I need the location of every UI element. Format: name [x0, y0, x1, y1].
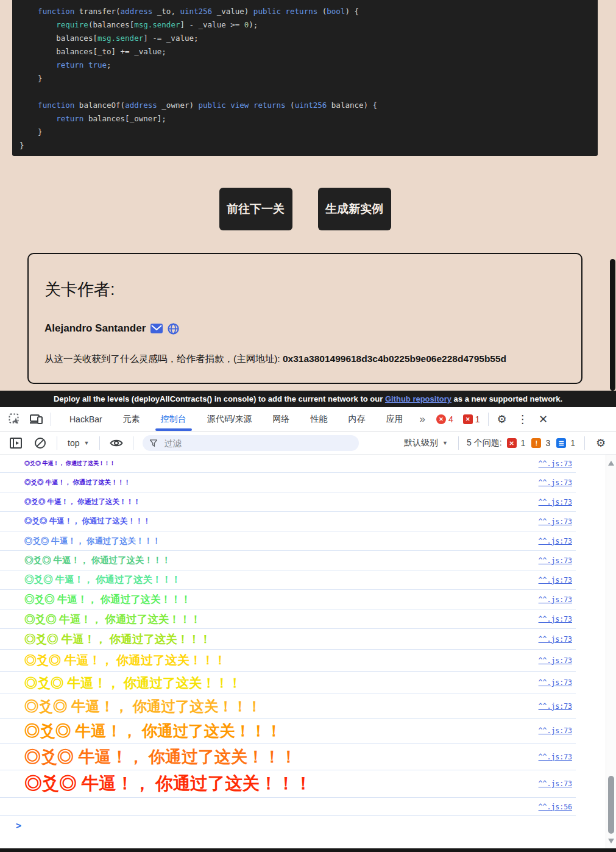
console-source-link[interactable]: ^^.js:73: [539, 595, 572, 604]
deploy-banner: Deploy all the levels (deployAllContract…: [0, 391, 616, 407]
console-settings-gear-icon[interactable]: ⚙: [590, 436, 611, 450]
toolbar-separator: [458, 436, 459, 450]
console-error-counter[interactable]: ✕ 4: [436, 414, 453, 424]
console-source-link[interactable]: ^^.js:73: [539, 753, 572, 761]
console-message-list: ◎爻◎ 牛逼！， 你通过了这关！！！^^.js:73◎爻◎ 牛逼！， 你通过了这…: [0, 455, 576, 816]
console-row: ◎爻◎ 牛逼！， 你通过了这关！！！^^.js:73: [0, 473, 576, 492]
tab-源代码/来源[interactable]: 源代码/来源: [197, 407, 263, 431]
issue-warning-badge-icon[interactable]: !: [531, 438, 541, 448]
console-source-link[interactable]: ^^.js:73: [539, 460, 572, 468]
author-card-title: 关卡作者:: [44, 279, 565, 300]
window-bottom-edge: [0, 848, 616, 852]
filter-box[interactable]: [143, 435, 359, 451]
toolbar-separator: [51, 413, 51, 426]
console-message: ◎爻◎ 牛逼！， 你通过了这关！！！: [24, 497, 140, 506]
console-message: ◎爻◎ 牛逼！， 你通过了这关！！！: [24, 746, 297, 768]
chevron-down-icon: ▼: [83, 440, 89, 446]
console-source-link[interactable]: ^^.js:73: [539, 556, 572, 565]
console-source-link[interactable]: ^^.js:73: [539, 779, 572, 788]
close-devtools-icon[interactable]: ✕: [533, 413, 554, 426]
live-expression-eye-icon[interactable]: [105, 433, 127, 453]
console-row: ^^.js:56: [0, 798, 576, 816]
scroll-down-arrow-icon[interactable]: [608, 839, 614, 843]
level-actions: 前往下一关 生成新实例: [0, 188, 610, 230]
issue-error-badge-icon[interactable]: ✕: [507, 438, 517, 448]
console-row: ◎爻◎ 牛逼！， 你通过了这关！！！^^.js:73: [0, 551, 576, 570]
filter-input[interactable]: [163, 438, 352, 449]
tab-元素[interactable]: 元素: [113, 407, 150, 431]
console-row: ◎爻◎ 牛逼！， 你通过了这关！！！^^.js:73: [0, 570, 576, 590]
issue-count: 1: [475, 414, 480, 424]
mail-icon[interactable]: [150, 324, 163, 333]
console-message: ◎爻◎ 牛逼！， 你通过了这关！！！: [24, 516, 150, 527]
console-row: ◎爻◎ 牛逼！， 你通过了这关！！！^^.js:73: [0, 650, 576, 672]
console-source-link[interactable]: ^^.js:73: [539, 656, 572, 665]
console-row: ◎爻◎ 牛逼！， 你通过了这关！！！^^.js:73: [0, 744, 576, 770]
issue-info-badge-icon[interactable]: ☰: [556, 438, 566, 448]
toolbar-separator: [57, 436, 57, 450]
console-source-link[interactable]: ^^.js:56: [539, 803, 572, 811]
console-message: ◎爻◎ 牛逼！， 你通过了这关！！！: [24, 478, 130, 487]
console-source-link[interactable]: ^^.js:73: [539, 517, 572, 526]
error-count: 4: [448, 414, 453, 424]
console-source-link[interactable]: ^^.js:73: [539, 615, 572, 623]
issues-label[interactable]: 5 个问题:: [464, 438, 504, 449]
tab-内存[interactable]: 内存: [338, 407, 376, 431]
console-source-link[interactable]: ^^.js:73: [539, 702, 572, 711]
log-level-selector[interactable]: 默认级别 ▼: [399, 438, 453, 449]
console-row: ◎爻◎ 牛逼！， 你通过了这关！！！^^.js:73: [0, 512, 576, 531]
issue-square-icon: ✕: [463, 414, 473, 424]
console-row: ◎爻◎ 牛逼！， 你通过了这关！！！^^.js:73: [0, 455, 576, 473]
console-toolbar-right: 默认级别 ▼ 5 个问题: ✕ 1 ! 3 ☰ 1 ⚙: [399, 436, 611, 450]
settings-gear-icon[interactable]: ⚙: [492, 413, 512, 426]
console-scrollbar[interactable]: [606, 455, 616, 848]
console-source-link[interactable]: ^^.js:73: [539, 726, 572, 735]
code-line: return true;: [19, 59, 598, 72]
code-line: return balances[_owner];: [19, 112, 598, 126]
chevron-down-icon: ▼: [442, 440, 448, 446]
console-source-link[interactable]: ^^.js:73: [539, 576, 572, 584]
tab-控制台[interactable]: 控制台: [150, 407, 197, 431]
donation-line: 从这一关收获到了什么灵感吗，给作者捐款，(主网地址): 0x31a3801499…: [44, 353, 565, 366]
console-row: ◎爻◎ 牛逼！， 你通过了这关！！！^^.js:73: [0, 719, 576, 744]
more-tabs-icon[interactable]: »: [414, 413, 431, 425]
clear-console-icon[interactable]: [29, 433, 51, 453]
console-toolbar: top ▼ 默认级别 ▼ 5 个问题: ✕ 1 ! 3 ☰ 1 ⚙: [0, 432, 616, 455]
globe-icon[interactable]: [168, 323, 179, 335]
console-prompt-row[interactable]: >: [0, 817, 576, 835]
next-level-button[interactable]: 前往下一关: [219, 188, 292, 230]
more-options-icon[interactable]: ⋮: [512, 413, 533, 426]
console-source-link[interactable]: ^^.js:73: [539, 678, 572, 687]
console-source-link[interactable]: ^^.js:73: [539, 498, 572, 506]
banner-text-after: as a new supported network.: [451, 394, 562, 403]
console-sidebar-icon[interactable]: [5, 433, 27, 453]
new-instance-button[interactable]: 生成新实例: [318, 188, 391, 230]
context-selector[interactable]: top ▼: [63, 438, 94, 448]
console-prompt-chevron-icon: >: [16, 820, 21, 831]
console-source-link[interactable]: ^^.js:73: [539, 537, 572, 545]
github-repository-link[interactable]: Github repository: [385, 394, 451, 403]
toolbar-separator: [584, 436, 585, 450]
console-source-link[interactable]: ^^.js:73: [539, 635, 572, 644]
device-toolbar-icon[interactable]: [26, 410, 48, 429]
tab-应用[interactable]: 应用: [376, 407, 414, 431]
inspect-element-icon[interactable]: [4, 410, 26, 429]
console-row: ◎爻◎ 牛逼！， 你通过了这关！！！^^.js:73: [0, 770, 576, 798]
console-scrollbar-thumb[interactable]: [608, 776, 614, 834]
author-line: Alejandro Santander: [44, 322, 565, 335]
page-scrollbar-thumb[interactable]: [610, 259, 615, 391]
console-row: ◎爻◎ 牛逼！， 你通过了这关！！！^^.js:73: [0, 609, 576, 629]
code-lines: function transfer(address _to, uint256 _…: [19, 5, 598, 152]
issue-info-count: 1: [570, 438, 575, 448]
toolbar-separator: [133, 436, 133, 450]
console-message: ◎爻◎ 牛逼！， 你通过了这关！！！: [24, 593, 191, 606]
console-source-link[interactable]: ^^.js:73: [539, 478, 572, 487]
devtools-tabbar: HackBar元素控制台源代码/来源网络性能内存应用 » ✕ 4 ✕ 1 ⚙ ⋮…: [0, 407, 616, 431]
console-message: ◎爻◎ 牛逼！， 你通过了这关！！！: [24, 573, 181, 586]
issues-counter[interactable]: ✕ 1: [463, 414, 480, 424]
tab-性能[interactable]: 性能: [300, 407, 338, 431]
tab-HackBar[interactable]: HackBar: [59, 407, 113, 431]
scroll-up-arrow-icon[interactable]: [608, 461, 614, 466]
issue-error-count: 1: [521, 438, 526, 448]
tab-网络[interactable]: 网络: [263, 407, 300, 431]
